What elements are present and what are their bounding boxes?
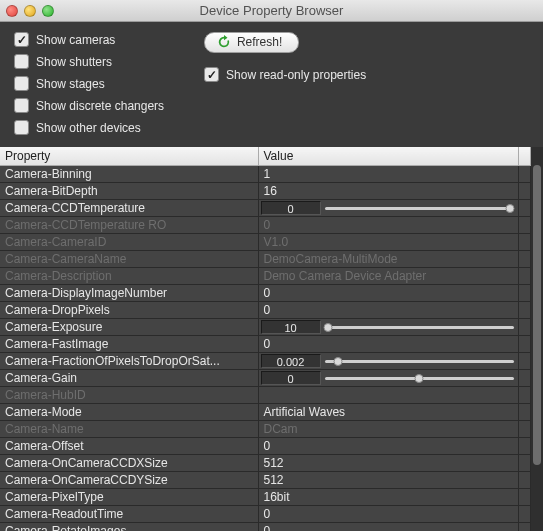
checkbox-icon[interactable] bbox=[14, 32, 29, 47]
table-row: Camera-OnCameraCCDXSize512 bbox=[0, 455, 530, 472]
row-tail bbox=[518, 353, 530, 370]
slider-control[interactable]: 0.002 bbox=[261, 353, 516, 369]
property-name: Camera-ReadoutTime bbox=[0, 506, 258, 523]
row-tail bbox=[518, 387, 530, 404]
window-title: Device Property Browser bbox=[0, 3, 543, 18]
property-value[interactable]: 0 bbox=[261, 337, 516, 351]
show-cameras-checkbox[interactable]: Show cameras bbox=[14, 32, 164, 47]
property-name: Camera-Mode bbox=[0, 404, 258, 421]
property-value-cell[interactable]: 0 bbox=[258, 336, 518, 353]
row-tail bbox=[518, 472, 530, 489]
row-tail bbox=[518, 183, 530, 200]
property-value-cell[interactable]: Artificial Waves bbox=[258, 404, 518, 421]
property-value[interactable]: 16bit bbox=[261, 490, 516, 504]
property-value-cell[interactable]: 0 bbox=[258, 370, 518, 387]
property-value-cell[interactable]: 0 bbox=[258, 302, 518, 319]
checkbox-icon[interactable] bbox=[14, 76, 29, 91]
show-readonly-checkbox[interactable]: Show read-only properties bbox=[204, 67, 366, 82]
row-tail bbox=[518, 523, 530, 532]
property-value-cell[interactable]: 0 bbox=[258, 506, 518, 523]
row-tail bbox=[518, 438, 530, 455]
vertical-scrollbar[interactable] bbox=[531, 147, 543, 531]
checkbox-icon[interactable] bbox=[14, 98, 29, 113]
row-tail bbox=[518, 234, 530, 251]
col-property[interactable]: Property bbox=[0, 147, 258, 166]
table-row: Camera-CameraNameDemoCamera-MultiMode bbox=[0, 251, 530, 268]
row-tail bbox=[518, 404, 530, 421]
slider-value-field[interactable]: 0 bbox=[261, 201, 321, 215]
property-name: Camera-DisplayImageNumber bbox=[0, 285, 258, 302]
table-row: Camera-ModeArtificial Waves bbox=[0, 404, 530, 421]
property-value[interactable]: 0 bbox=[261, 439, 516, 453]
table-row: Camera-CCDTemperature0 bbox=[0, 200, 530, 217]
property-value-cell[interactable]: 0.002 bbox=[258, 353, 518, 370]
checkbox-label: Show other devices bbox=[36, 121, 141, 135]
property-value[interactable]: 512 bbox=[261, 456, 516, 470]
row-tail bbox=[518, 455, 530, 472]
table-row: Camera-FractionOfPixelsToDropOrSat...0.0… bbox=[0, 353, 530, 370]
property-value-cell[interactable]: 512 bbox=[258, 455, 518, 472]
property-value[interactable]: 0 bbox=[261, 507, 516, 521]
slider-thumb[interactable] bbox=[505, 204, 514, 213]
property-value[interactable]: 1 bbox=[261, 167, 516, 181]
property-value[interactable]: 512 bbox=[261, 473, 516, 487]
slider-track[interactable] bbox=[323, 371, 516, 385]
scrollbar-thumb[interactable] bbox=[533, 165, 541, 465]
property-name: Camera-CCDTemperature bbox=[0, 200, 258, 217]
show-stages-checkbox[interactable]: Show stages bbox=[14, 76, 164, 91]
property-value-cell: Demo Camera Device Adapter bbox=[258, 268, 518, 285]
show-other-checkbox[interactable]: Show other devices bbox=[14, 120, 164, 135]
property-value-cell[interactable]: 0 bbox=[258, 438, 518, 455]
filter-column: Show cameras Show shutters Show stages S… bbox=[14, 32, 164, 135]
property-value[interactable]: 16 bbox=[261, 184, 516, 198]
property-value-cell[interactable]: 10 bbox=[258, 319, 518, 336]
property-name: Camera-Name bbox=[0, 421, 258, 438]
property-value[interactable]: 0 bbox=[261, 303, 516, 317]
row-tail bbox=[518, 217, 530, 234]
property-name: Camera-OnCameraCCDYSize bbox=[0, 472, 258, 489]
col-value[interactable]: Value bbox=[258, 147, 518, 166]
slider-value-field[interactable]: 0.002 bbox=[261, 354, 321, 368]
slider-thumb[interactable] bbox=[415, 374, 424, 383]
slider-value-field[interactable]: 0 bbox=[261, 371, 321, 385]
show-discrete-checkbox[interactable]: Show discrete changers bbox=[14, 98, 164, 113]
property-value: V1.0 bbox=[261, 235, 516, 249]
slider-track[interactable] bbox=[323, 320, 516, 334]
checkbox-label: Show read-only properties bbox=[226, 68, 366, 82]
table-row: Camera-DescriptionDemo Camera Device Ada… bbox=[0, 268, 530, 285]
property-value-cell: DemoCamera-MultiMode bbox=[258, 251, 518, 268]
slider-control[interactable]: 0 bbox=[261, 370, 516, 386]
slider-thumb[interactable] bbox=[324, 323, 333, 332]
slider-track[interactable] bbox=[323, 354, 516, 368]
slider-track[interactable] bbox=[323, 201, 516, 215]
property-value-cell[interactable]: 16bit bbox=[258, 489, 518, 506]
table-row: Camera-ReadoutTime0 bbox=[0, 506, 530, 523]
table-row: Camera-Offset0 bbox=[0, 438, 530, 455]
slider-thumb[interactable] bbox=[333, 357, 342, 366]
property-value-cell[interactable]: 1 bbox=[258, 166, 518, 183]
refresh-button[interactable]: Refresh! bbox=[204, 32, 299, 53]
property-value-cell[interactable]: 16 bbox=[258, 183, 518, 200]
property-value-cell[interactable]: 512 bbox=[258, 472, 518, 489]
slider-value-field[interactable]: 10 bbox=[261, 320, 321, 334]
checkbox-icon[interactable] bbox=[14, 54, 29, 69]
property-value[interactable]: 0 bbox=[261, 286, 516, 300]
checkbox-icon[interactable] bbox=[14, 120, 29, 135]
property-value-cell[interactable]: 0 bbox=[258, 285, 518, 302]
property-value-cell[interactable]: 0 bbox=[258, 200, 518, 217]
checkbox-icon[interactable] bbox=[204, 67, 219, 82]
property-name: Camera-Offset bbox=[0, 438, 258, 455]
slider-control[interactable]: 0 bbox=[261, 200, 516, 216]
property-value[interactable]: Artificial Waves bbox=[261, 405, 516, 419]
table-row: Camera-NameDCam bbox=[0, 421, 530, 438]
show-shutters-checkbox[interactable]: Show shutters bbox=[14, 54, 164, 69]
property-value-cell bbox=[258, 387, 518, 404]
row-tail bbox=[518, 268, 530, 285]
table-row: Camera-PixelType16bit bbox=[0, 489, 530, 506]
property-name: Camera-PixelType bbox=[0, 489, 258, 506]
property-value[interactable]: 0 bbox=[261, 524, 516, 531]
slider-control[interactable]: 10 bbox=[261, 319, 516, 335]
property-name: Camera-Description bbox=[0, 268, 258, 285]
property-value-cell[interactable]: 0 bbox=[258, 523, 518, 532]
property-name: Camera-BitDepth bbox=[0, 183, 258, 200]
